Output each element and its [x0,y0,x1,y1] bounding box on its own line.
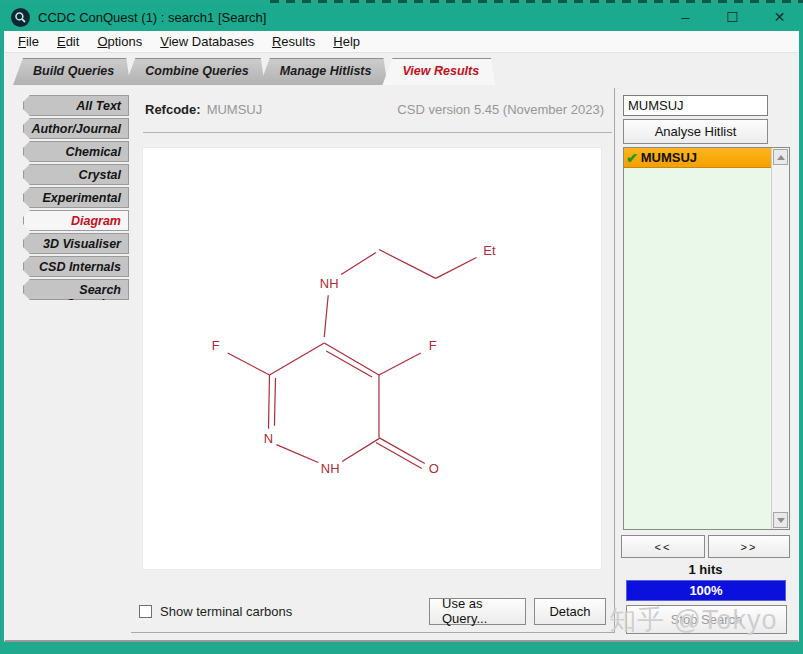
desktop-background: CCDC ConQuest (1) : search1 [Search] – ☐… [0,0,803,654]
maximize-button[interactable]: ☐ [709,3,756,31]
svg-text:Et: Et [483,243,496,258]
window-controls: – ☐ ✕ [662,3,803,31]
svg-text:O: O [429,461,439,476]
tab-combine-queries[interactable]: Combine Queries [125,58,265,85]
tab-manage-hitlists[interactable]: Manage Hitlists [260,58,388,85]
csd-version-text: CSD version 5.45 (November 2023) [397,102,604,117]
title-bar: CCDC ConQuest (1) : search1 [Search] – ☐… [0,3,803,31]
sidebar-item-author-journal[interactable]: Author/Journal [23,118,129,139]
detach-button[interactable]: Detach [534,598,606,625]
sidebar-item-3d-visualiser[interactable]: 3D Visualiser [23,233,129,254]
menu-view-databases[interactable]: View Databases [151,32,263,51]
sidebar-item-search-overview[interactable]: Search Overview [23,279,129,300]
tab-view-results[interactable]: View Results [382,58,495,85]
window-body: File Edit Options View Databases Results… [4,31,799,642]
molecule-diagram: NHEtFFNNHO [142,147,602,570]
magnifier-icon [14,11,27,24]
sidebar-item-all-text[interactable]: All Text [23,95,129,116]
sidebar-item-experimental[interactable]: Experimental [23,187,129,208]
diagram-panel: Refcode: MUMSUJ CSD version 5.45 (Novemb… [131,88,615,633]
progress-percent: 100% [689,583,722,598]
scroll-down-button[interactable] [773,512,788,528]
triangle-down-icon [777,518,785,523]
svg-text:N: N [264,431,273,446]
menu-file[interactable]: File [9,32,48,51]
sidebar-item-diagram[interactable]: Diagram [23,210,129,231]
show-terminal-carbons-label: Show terminal carbons [160,604,292,619]
minimize-button[interactable]: – [662,3,709,31]
hitlist-scrollbar[interactable] [771,148,789,529]
refcode-value: MUMSUJ [207,102,263,117]
analyse-hitlist-button[interactable]: Analyse Hitlist [623,119,768,144]
previous-hit-button[interactable]: << [621,535,705,558]
tab-bar: Build Queries Combine Queries Manage Hit… [13,58,490,85]
diagram-toolbar: Show terminal carbons Use as Query... De… [139,596,606,626]
menu-help[interactable]: Help [324,32,369,51]
triangle-up-icon [777,155,785,160]
svg-text:NH: NH [320,276,339,291]
molecule-structure-svg: NHEtFFNNHO [143,148,601,569]
hitlist-item-mumsuj[interactable]: ✔ MUMSUJ [624,148,771,168]
sidebar-item-crystal[interactable]: Crystal [23,164,129,185]
svg-text:F: F [212,338,220,353]
hitlist-item-label: MUMSUJ [641,150,697,165]
next-hit-button[interactable]: >> [708,535,790,558]
results-sidebar: All Text Author/Journal Chemical Crystal… [23,95,129,302]
hitlist-box: ✔ MUMSUJ [623,147,790,530]
menu-options[interactable]: Options [88,32,151,51]
show-terminal-carbons-checkbox[interactable] [139,605,152,618]
refcode-label: Refcode: [145,102,201,117]
refcode-search-input[interactable] [623,95,768,116]
stop-search-button[interactable]: Stop Search [626,605,787,634]
scroll-up-button[interactable] [773,149,788,165]
check-icon: ✔ [626,150,638,166]
sidebar-item-chemical[interactable]: Chemical [23,141,129,162]
close-button[interactable]: ✕ [756,3,803,31]
header-divider [143,132,612,133]
refcode-row: Refcode: MUMSUJ CSD version 5.45 (Novemb… [145,102,604,117]
hits-count: 1 hits [621,562,790,577]
svg-text:F: F [429,338,437,353]
conquest-app-icon [11,8,30,27]
svg-text:NH: NH [321,461,340,476]
menu-bar: File Edit Options View Databases Results… [5,31,798,53]
window-title: CCDC ConQuest (1) : search1 [Search] [38,10,266,25]
sidebar-item-csd-internals[interactable]: CSD Internals [23,256,129,277]
search-progress-bar: 100% [626,580,786,601]
use-as-query-button[interactable]: Use as Query... [429,598,526,625]
menu-results[interactable]: Results [263,32,324,51]
tab-build-queries[interactable]: Build Queries [13,58,130,85]
menu-edit[interactable]: Edit [48,32,88,51]
